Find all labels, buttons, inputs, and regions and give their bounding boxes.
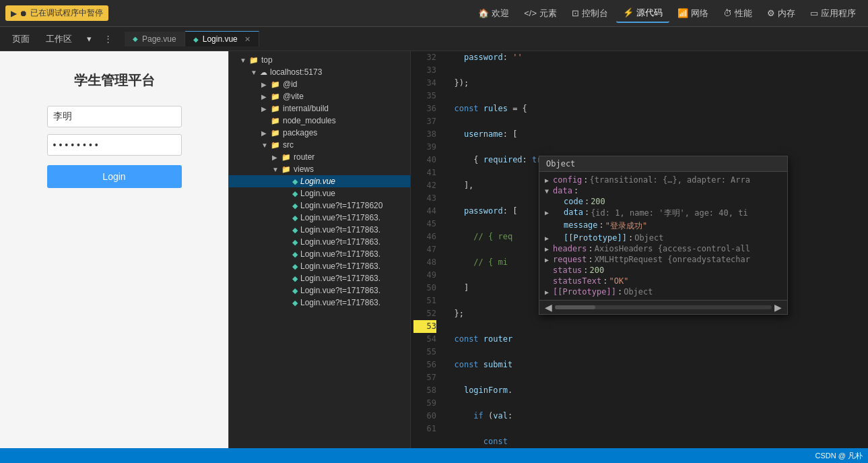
obj-row-headers[interactable]: ▶ headers : AxiosHeaders {access-control… xyxy=(539,243,787,254)
expand-arrow: ▼ xyxy=(272,166,281,173)
obj-row-data-open[interactable]: ▼ data : xyxy=(539,185,787,196)
popup-scrollbar[interactable] xyxy=(555,305,772,309)
vue-file-icon: ◆ xyxy=(292,189,298,198)
folder-icon: 📁 xyxy=(271,129,280,137)
tree-item-node-modules[interactable]: 📁 node_modules xyxy=(229,115,410,127)
expand-icon[interactable]: ▼ xyxy=(545,187,553,195)
tree-item-vite[interactable]: ▶ 📁 @vite xyxy=(229,90,410,102)
nav-console[interactable]: ⊡ 控制台 xyxy=(565,5,615,22)
memory-icon: ⚙ xyxy=(767,8,775,18)
vue-file-icon: ◆ xyxy=(292,262,298,271)
password-input[interactable] xyxy=(47,134,182,156)
obj-row-config[interactable]: ▶ config : {transitional: {…}, adapter: … xyxy=(539,175,787,185)
expand-icon[interactable]: ▶ xyxy=(545,288,553,296)
tree-body: ▼ 📁 top ▼ ☁ localhost:5173 ▶ 📁 @id ▶ 📁 @ xyxy=(229,51,410,448)
vue-file-icon: ◆ xyxy=(133,35,138,42)
expand-icon[interactable]: ▶ xyxy=(545,235,553,242)
left-panel: 学生管理平台 Login xyxy=(0,51,229,448)
tree-item-localhost[interactable]: ▼ ☁ localhost:5173 xyxy=(229,66,410,78)
object-popup-body[interactable]: ▶ config : {transitional: {…}, adapter: … xyxy=(539,172,787,300)
vue-file-icon: ◆ xyxy=(292,250,298,259)
expand-arrow: ▶ xyxy=(261,81,271,88)
app-preview: 学生管理平台 Login xyxy=(0,51,228,448)
tree-item-login-vue10[interactable]: ◆ Login.vue?t=1717863. xyxy=(229,297,410,309)
username-input[interactable] xyxy=(47,106,182,127)
folder-icon: 📁 xyxy=(271,117,280,125)
tree-item-login-vue3[interactable]: ◆ Login.vue?t=1717863. xyxy=(229,212,410,224)
tree-item-src[interactable]: ▼ 📁 src xyxy=(229,139,410,151)
expand-icon[interactable]: ▶ xyxy=(545,256,553,264)
code-editor: 3233343536 3738394041 4243444546 4748495… xyxy=(411,51,868,448)
expand-icon[interactable]: ▶ xyxy=(545,245,553,253)
expand-arrow: ▶ xyxy=(261,93,271,100)
sources-icon: ⚡ xyxy=(623,7,634,18)
login-button[interactable]: Login xyxy=(47,165,182,188)
file-tree: ▼ 📁 top ▼ ☁ localhost:5173 ▶ 📁 @id ▶ 📁 @ xyxy=(229,51,411,448)
expand-icon[interactable]: ▶ xyxy=(545,209,553,216)
obj-row-code[interactable]: code : 200 xyxy=(539,196,787,207)
obj-row-request[interactable]: ▶ request : XMLHttpRequest {onreadystate… xyxy=(539,254,787,265)
nav-sources[interactable]: ⚡ 源代码 xyxy=(616,4,669,23)
scroll-right-button[interactable]: ▶ xyxy=(772,302,784,313)
obj-row-status[interactable]: status : 200 xyxy=(539,265,787,276)
vue-file-icon: ◆ xyxy=(292,286,298,295)
tree-item-login-vue-active[interactable]: ◆ Login.vue xyxy=(229,175,410,187)
tree-item-login-vue4[interactable]: ◆ Login.vue?t=1717863. xyxy=(229,224,410,236)
obj-row-proto1[interactable]: ▶ [[Prototype]] : Object xyxy=(539,233,787,243)
vue-file-icon2: ◆ xyxy=(193,36,199,43)
tree-item-login-vue2[interactable]: ◆ Login.vue?t=17178620 xyxy=(229,199,410,212)
tab-login-vue[interactable]: ◆ Login.vue ✕ xyxy=(185,31,259,47)
performance-icon: ⏱ xyxy=(723,8,732,18)
tree-item-top[interactable]: ▼ 📁 top xyxy=(229,54,410,66)
tree-item-login-vue1[interactable]: ◆ Login.vue xyxy=(229,187,410,199)
view-dropdown[interactable]: ▾ xyxy=(81,32,97,46)
expand-icon[interactable]: ▶ xyxy=(545,177,553,184)
scrollbar-thumb xyxy=(555,305,595,309)
tree-item-router[interactable]: ▶ 📁 router xyxy=(229,151,410,163)
tree-item-login-vue6[interactable]: ◆ Login.vue?t=1717863. xyxy=(229,248,410,260)
tree-item-login-vue9[interactable]: ◆ Login.vue?t=1717863. xyxy=(229,284,410,297)
nav-elements[interactable]: </> 元素 xyxy=(517,5,564,22)
nav-application[interactable]: ▭ 应用程序 xyxy=(803,5,863,22)
tree-item-views[interactable]: ▼ 📁 views xyxy=(229,163,410,175)
expand-arrow: ▼ xyxy=(251,69,260,76)
folder-icon: 📁 xyxy=(249,56,259,65)
expand-arrow: ▶ xyxy=(272,154,281,161)
page-btn[interactable]: 页面 xyxy=(5,31,36,47)
obj-row-proto2[interactable]: ▶ [[Prototype]] : Object xyxy=(539,286,787,297)
tree-item-id[interactable]: ▶ 📁 @id xyxy=(229,78,410,90)
topbar: ▶ ⏺ 已在调试程序中暂停 🏠 欢迎 </> 元素 ⊡ 控制台 ⚡ 源代码 📶 … xyxy=(0,0,868,27)
network-icon: 📶 xyxy=(677,8,688,18)
main-area: 学生管理平台 Login ▼ 📁 top ▼ ☁ localhost:5173 xyxy=(0,51,868,448)
tree-item-internal[interactable]: ▶ 📁 internal/build xyxy=(229,102,410,115)
cloud-folder-icon: ☁ xyxy=(260,68,267,77)
vue-file-icon: ◆ xyxy=(292,274,298,283)
expand-arrow: ▼ xyxy=(261,142,271,149)
nav-network[interactable]: 📶 网络 xyxy=(671,5,715,22)
status-bar: CSDN @ 凡朴 xyxy=(0,448,868,463)
tree-item-login-vue8[interactable]: ◆ Login.vue?t=1717863. xyxy=(229,272,410,284)
tree-item-login-vue7[interactable]: ◆ Login.vue?t=1717863. xyxy=(229,260,410,272)
nav-memory[interactable]: ⚙ 内存 xyxy=(760,5,802,22)
tab-page-vue[interactable]: ◆ Page.vue xyxy=(125,32,185,47)
secondbar: 页面 工作区 ▾ ⋮ ◆ Page.vue ◆ Login.vue ✕ xyxy=(0,27,868,51)
workspace-btn[interactable]: 工作区 xyxy=(39,31,79,47)
more-options-icon[interactable]: ⋮ xyxy=(100,31,116,47)
obj-row-data-sub[interactable]: ▶ data : {id: 1, name: '李明', age: 40, ti xyxy=(539,207,787,220)
obj-row-message[interactable]: message : "登录成功" xyxy=(539,220,787,233)
line-numbers: 3233343536 3738394041 4243444546 4748495… xyxy=(411,51,439,448)
expand-arrow: ▼ xyxy=(240,57,249,64)
object-popup: Object ▶ config : {transitional: {…}, ad… xyxy=(539,156,788,315)
close-tab-icon[interactable]: ✕ xyxy=(244,35,251,44)
tree-item-login-vue5[interactable]: ◆ Login.vue?t=1717863. xyxy=(229,236,410,248)
nav-welcome[interactable]: 🏠 欢迎 xyxy=(471,5,516,22)
folder-icon: 📁 xyxy=(281,153,291,162)
scroll-left-button[interactable]: ◀ xyxy=(542,302,555,313)
obj-row-status-text[interactable]: statusText : "OK" xyxy=(539,276,787,286)
expand-arrow: ▶ xyxy=(261,129,271,137)
nav-performance[interactable]: ⏱ 性能 xyxy=(716,5,759,22)
tree-item-packages[interactable]: ▶ 📁 packages xyxy=(229,127,410,139)
elements-icon: </> xyxy=(524,8,537,18)
console-icon: ⊡ xyxy=(572,8,579,18)
folder-icon: 📁 xyxy=(271,92,280,101)
